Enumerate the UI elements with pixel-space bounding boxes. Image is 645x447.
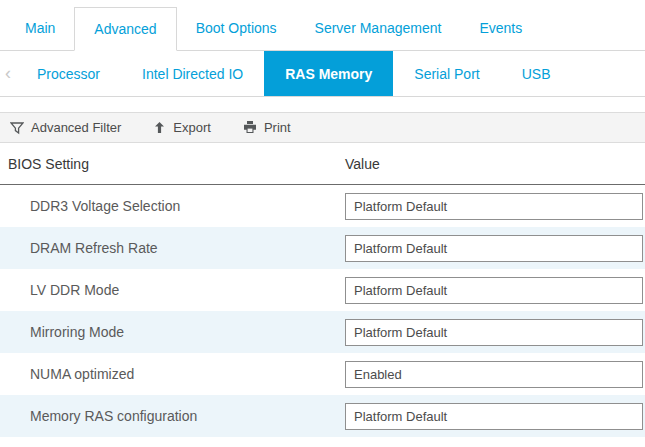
top-tab-bar: Main Advanced Boot Options Server Manage… (0, 0, 645, 51)
column-header-bios-setting: BIOS Setting (0, 156, 345, 172)
tab-intel-directed-io[interactable]: Intel Directed IO (121, 51, 264, 96)
value-select[interactable]: Platform Default (345, 403, 643, 430)
setting-label: Mirroring Mode (0, 324, 345, 340)
table-row: Mirroring Mode Platform Default (0, 311, 645, 353)
export-label: Export (173, 120, 211, 135)
value-select[interactable]: Platform Default (345, 193, 643, 220)
table-row: DDR3 Voltage Selection Platform Default (0, 185, 645, 227)
tab-ras-memory[interactable]: RAS Memory (264, 51, 393, 96)
tab-server-management[interactable]: Server Management (296, 6, 461, 50)
sub-tab-bar: ‹ Processor Intel Directed IO RAS Memory… (0, 51, 645, 97)
value-select[interactable]: Platform Default (345, 277, 643, 304)
table-row: NUMA optimized Enabled (0, 353, 645, 395)
setting-label: NUMA optimized (0, 366, 345, 382)
advanced-filter-button[interactable]: Advanced Filter (10, 120, 121, 135)
tab-events[interactable]: Events (460, 6, 541, 50)
tab-serial-port[interactable]: Serial Port (393, 51, 500, 96)
print-label: Print (264, 120, 291, 135)
export-button[interactable]: Export (153, 120, 211, 135)
table-row: Memory RAS configuration Platform Defaul… (0, 395, 645, 437)
print-button[interactable]: Print (243, 120, 291, 135)
tab-main[interactable]: Main (6, 6, 74, 50)
tab-processor[interactable]: Processor (16, 51, 121, 96)
toolbar: Advanced Filter Export Print (0, 112, 645, 143)
bios-settings-window: Main Advanced Boot Options Server Manage… (0, 0, 645, 447)
setting-label: Memory RAS configuration (0, 408, 345, 424)
tab-usb[interactable]: USB (501, 51, 572, 96)
spacer (0, 97, 645, 112)
value-select[interactable]: Platform Default (345, 319, 643, 346)
advanced-filter-label: Advanced Filter (31, 120, 121, 135)
filter-icon (10, 121, 24, 135)
value-select[interactable]: Enabled (345, 361, 643, 388)
value-select[interactable]: Platform Default (345, 235, 643, 262)
setting-label: DDR3 Voltage Selection (0, 198, 345, 214)
table-header: BIOS Setting Value (0, 143, 645, 185)
column-header-value: Value (345, 156, 645, 172)
setting-label: DRAM Refresh Rate (0, 240, 345, 256)
printer-icon (243, 121, 257, 134)
table-row: DRAM Refresh Rate Platform Default (0, 227, 645, 269)
setting-label: LV DDR Mode (0, 282, 345, 298)
tab-boot-options[interactable]: Boot Options (177, 6, 296, 50)
export-arrow-icon (153, 121, 166, 134)
tab-advanced[interactable]: Advanced (74, 7, 176, 51)
table-row: LV DDR Mode Platform Default (0, 269, 645, 311)
chevron-left-icon[interactable]: ‹ (0, 51, 16, 96)
